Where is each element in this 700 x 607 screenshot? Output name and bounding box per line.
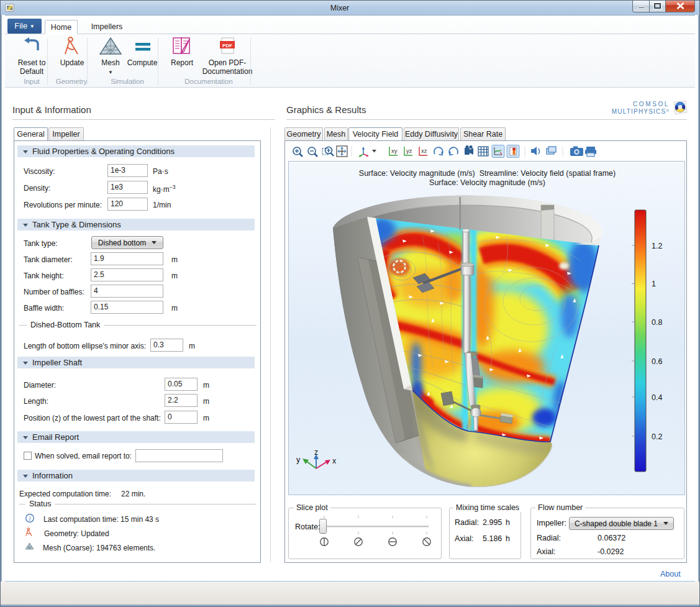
svg-text:y: y (296, 455, 301, 464)
svg-text:PDF: PDF (222, 43, 232, 48)
svg-text:xz: xz (421, 147, 427, 154)
svg-text:1: 1 (652, 280, 656, 288)
svg-text:z: z (314, 448, 318, 457)
svg-text:0.2: 0.2 (652, 432, 662, 441)
svg-text:0.6: 0.6 (652, 357, 662, 366)
svg-text:yz: yz (406, 147, 412, 154)
svg-text:i: i (29, 516, 31, 522)
svg-text:xy: xy (391, 147, 398, 154)
svg-text:0.4: 0.4 (652, 393, 662, 402)
svg-text:1.2: 1.2 (652, 242, 662, 250)
svg-text:0.8: 0.8 (652, 318, 662, 327)
svg-text:x: x (332, 457, 337, 465)
